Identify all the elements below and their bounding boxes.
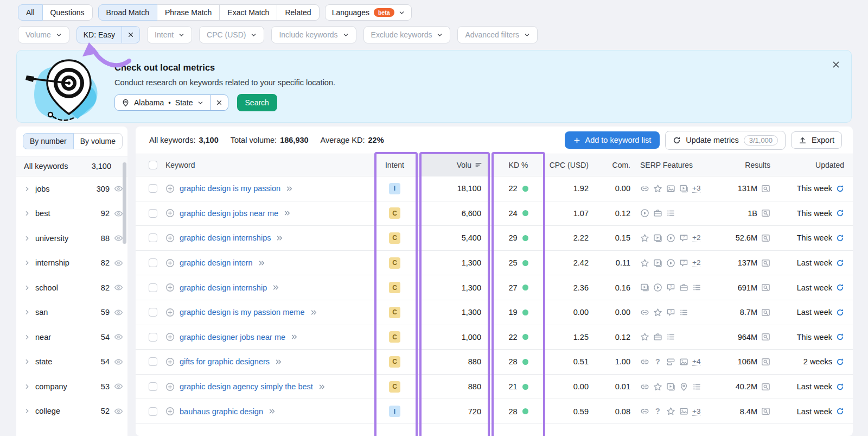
intent-badge[interactable]: C [389,207,400,219]
tab-all[interactable]: All [18,4,43,21]
update-metrics-button[interactable]: Update metrics 3/1,000 [665,131,786,150]
export-button[interactable]: Export [791,131,842,149]
banner-close-button[interactable] [832,60,840,69]
intent-badge[interactable]: C [389,307,400,318]
eye-icon[interactable] [114,382,123,391]
kd-value: 27 [508,283,517,292]
sidebar-keyword-group[interactable]: college 52 [16,399,127,424]
sidebar-scrollbar[interactable] [123,162,126,244]
intent-badge[interactable]: C [389,232,400,244]
location-select[interactable]: Alabama • State [114,94,228,111]
sidebar-keyword-group[interactable]: jobs 309 [16,176,127,201]
keyword-link[interactable]: graphic design internships [180,233,271,242]
layout-icon [666,357,675,367]
intent-badge[interactable]: I [389,406,400,417]
tab-questions[interactable]: Questions [42,4,93,21]
volume-filter-dropdown[interactable]: Volume [18,26,69,43]
eye-icon[interactable] [114,283,123,292]
sidebar-keyword-group[interactable]: state 54 [16,350,127,375]
row-checkbox[interactable] [149,308,157,317]
col-intent[interactable]: Intent [371,154,419,176]
intent-filter-dropdown[interactable]: Intent [147,26,192,43]
row-checkbox[interactable] [149,407,157,416]
updated-cell: Last week [781,300,844,325]
tab-related[interactable]: Related [277,4,319,21]
intent-badge[interactable]: C [389,331,400,343]
col-keyword[interactable]: Keyword [165,154,195,176]
intent-badge[interactable]: C [389,257,400,269]
intent-badge[interactable]: C [389,282,400,293]
kd-filter-remove-button[interactable] [122,27,139,43]
tab-broad-match[interactable]: Broad Match [98,4,157,21]
sidebar-keyword-group[interactable]: best 92 [16,201,127,226]
cpc-cell: 0.00 [532,375,589,399]
eye-icon[interactable] [114,407,123,416]
languages-dropdown[interactable]: Languages beta [325,4,412,21]
sidebar-keyword-group[interactable]: university 88 [16,226,127,251]
toggle-by-number[interactable]: By number [23,133,74,149]
col-volume[interactable]: Volu [420,154,490,176]
keyword-link[interactable]: graphic design internship [180,283,267,292]
group-count: 54 [101,333,110,342]
kd-easy-filter-chip[interactable]: KD: Easy [76,26,140,43]
average-kd-stat: Average KD:22% [321,136,384,144]
keyword-link[interactable]: graphic design agency simply the best [180,382,313,391]
eye-icon[interactable] [114,209,123,218]
eye-icon[interactable] [114,357,123,367]
intent-badge[interactable]: C [389,356,400,368]
sidebar-keyword-group[interactable]: near 54 [16,325,127,350]
tab-exact-match[interactable]: Exact Match [219,4,277,21]
row-checkbox[interactable] [149,382,157,391]
eye-icon[interactable] [114,233,123,243]
kd-dot [522,285,528,290]
eye-icon[interactable] [114,258,123,268]
sidebar-all-keywords-row[interactable]: All keywords 3,100 [16,156,127,176]
row-checkbox[interactable] [149,357,157,366]
eye-icon[interactable] [114,332,123,342]
sidebar-keyword-group[interactable]: san 59 [16,300,127,325]
search-button[interactable]: Search [237,94,277,111]
sidebar-keyword-group[interactable]: internship 82 [16,251,127,276]
keyword-link[interactable]: graphic design jobs near me [180,209,278,218]
keyword-link[interactable]: graphic design is my passion meme [180,308,305,317]
row-checkbox[interactable] [149,209,157,218]
include-keywords-dropdown[interactable]: Include keywords [271,26,356,43]
location-clear-button[interactable] [210,95,228,110]
row-checkbox[interactable] [149,184,157,193]
col-cpc[interactable]: CPC (USD) [532,154,589,176]
intent-badge[interactable]: C [389,381,400,393]
kd-value: 22 [508,333,517,342]
col-results[interactable]: Results [678,154,770,176]
eye-icon[interactable] [114,184,123,193]
keyword-link[interactable]: graphic designer jobs near me [180,333,285,342]
row-checkbox[interactable] [149,258,157,267]
group-count: 52 [101,407,110,415]
keyword-link[interactable]: gifts for graphic designers [180,357,270,366]
table-row: gifts for graphic designers C 880 28 0.5… [136,350,853,375]
cpc-cell: 0.51 [532,350,589,374]
keyword-link[interactable]: graphic design intern [180,258,253,267]
tab-phrase-match[interactable]: Phrase Match [157,4,220,21]
advanced-filters-dropdown[interactable]: Advanced filters [457,26,538,43]
row-checkbox[interactable] [149,333,157,342]
add-to-keyword-list-button[interactable]: Add to keyword list [565,131,660,149]
row-checkbox[interactable] [149,283,157,292]
refresh-icon [836,333,844,341]
keyword-link[interactable]: bauhaus graphic design [180,407,263,416]
star-icon [653,184,662,193]
col-com[interactable]: Com. [594,154,630,176]
intent-badge[interactable]: I [389,183,400,194]
faq-icon [666,283,675,292]
row-checkbox[interactable] [149,233,157,242]
cpc-filter-dropdown[interactable]: CPC (USD) [199,26,264,43]
keyword-link[interactable]: graphic design is my passion [180,184,280,193]
arrows-icon [272,283,280,292]
toggle-by-volume[interactable]: By volume [73,133,123,149]
exclude-keywords-dropdown[interactable]: Exclude keywords [363,26,451,43]
sidebar-keyword-group[interactable]: school 82 [16,275,127,300]
col-updated[interactable]: Updated [781,154,844,176]
location-select-value[interactable]: Alabama • State [115,95,210,110]
sidebar-keyword-group[interactable]: company 53 [16,374,127,399]
select-all-checkbox[interactable] [149,161,157,169]
eye-icon[interactable] [114,308,123,317]
